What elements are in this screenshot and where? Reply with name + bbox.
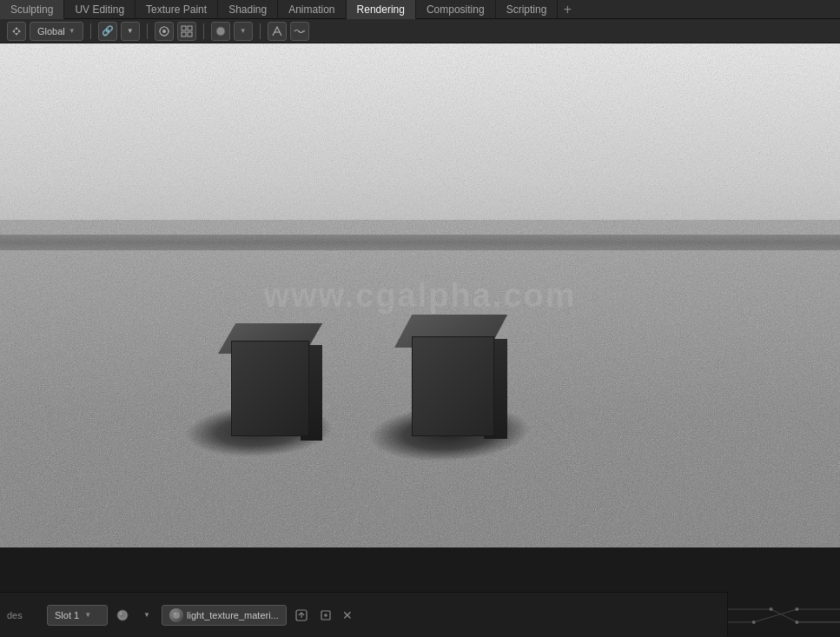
- tab-scripting[interactable]: Scripting: [496, 0, 559, 19]
- toolbar-sep-3: [203, 23, 204, 39]
- add-tab-button[interactable]: +: [558, 0, 577, 19]
- svg-point-27: [770, 607, 773, 611]
- global-transform-dropdown[interactable]: Global ▼: [30, 22, 83, 41]
- tab-sculpting[interactable]: Sculpting: [0, 0, 64, 19]
- svg-point-10: [216, 27, 225, 36]
- horizon-strip: [0, 235, 840, 250]
- node-graph-preview: [727, 592, 840, 637]
- snap-icon[interactable]: 🔗: [98, 22, 117, 41]
- bottom-left-text: des: [7, 610, 42, 620]
- tab-shading-label: Shading: [228, 3, 267, 16]
- material-icon: [169, 608, 183, 622]
- tab-shading[interactable]: Shading: [218, 0, 278, 19]
- viewport-toolbar: Global ▼ 🔗 ▼: [0, 19, 840, 43]
- top-tab-bar: Sculpting UV Editing Texture Paint Shadi…: [0, 0, 840, 19]
- slot-chevron-icon: ▼: [84, 611, 91, 619]
- chevron-down-icon: ▼: [69, 27, 76, 35]
- viewport-shade-section: ▼: [211, 22, 253, 41]
- svg-point-29: [752, 620, 756, 624]
- tab-uv-editing[interactable]: UV Editing: [64, 0, 136, 19]
- tab-rendering-label: Rendering: [357, 3, 405, 16]
- tab-compositing-label: Compositing: [427, 3, 485, 16]
- global-label: Global: [37, 26, 65, 36]
- tab-texture-paint-label: Texture Paint: [146, 3, 207, 16]
- svg-point-14: [175, 613, 176, 614]
- scene-canvas: www.cgalpha.com: [0, 43, 840, 547]
- transform-icon[interactable]: [7, 22, 26, 41]
- slot-label: Slot 1: [55, 610, 79, 620]
- new-material-icon[interactable]: [316, 606, 335, 625]
- chevron-down-icon-4: ▼: [143, 611, 150, 619]
- snap-dropdown[interactable]: ▼: [121, 22, 140, 41]
- viewport-shading-icon[interactable]: [211, 22, 230, 41]
- tab-uv-editing-label: UV Editing: [75, 3, 124, 16]
- toolbar-sep-2: [147, 23, 148, 39]
- box-right-front-face: [412, 336, 494, 436]
- svg-point-12: [120, 612, 122, 614]
- slot-dropdown[interactable]: Slot 1 ▼: [47, 605, 108, 626]
- svg-rect-7: [188, 26, 192, 30]
- remove-material-icon[interactable]: ✕: [341, 608, 354, 622]
- snap-section: 🔗 ▼: [98, 22, 140, 41]
- material-preview-icon[interactable]: [113, 606, 132, 625]
- tab-rendering[interactable]: Rendering: [347, 0, 416, 19]
- svg-rect-6: [182, 26, 186, 30]
- svg-rect-8: [182, 32, 186, 36]
- transform-section: Global ▼: [7, 22, 83, 41]
- extra-section: [268, 22, 309, 41]
- tab-texture-paint[interactable]: Texture Paint: [136, 0, 218, 19]
- box-left: [218, 323, 322, 436]
- material-field[interactable]: light_texture_materi...: [162, 605, 287, 626]
- svg-point-28: [795, 620, 798, 624]
- browse-material-icon[interactable]: [292, 606, 311, 625]
- bottom-bar: des Slot 1 ▼ ▼ light_texture_materi...: [0, 592, 840, 637]
- grid-icon[interactable]: [177, 22, 196, 41]
- toolbar-sep-1: [90, 23, 91, 39]
- svg-rect-9: [188, 32, 192, 36]
- toolbar-sep-4: [260, 23, 261, 39]
- pivot-icon[interactable]: [268, 22, 287, 41]
- svg-point-1: [162, 30, 166, 33]
- tab-compositing[interactable]: Compositing: [416, 0, 496, 19]
- slot-dropdown-chevron[interactable]: ▼: [137, 606, 156, 625]
- chevron-down-icon-3: ▼: [240, 27, 247, 35]
- viewport-shading-dropdown[interactable]: ▼: [234, 22, 253, 41]
- main-viewport[interactable]: www.cgalpha.com: [0, 43, 840, 547]
- box-left-front-face: [231, 341, 309, 436]
- wave-icon[interactable]: [290, 22, 309, 41]
- tab-sculpting-label: Sculpting: [10, 3, 53, 16]
- svg-point-30: [795, 607, 798, 611]
- chevron-down-icon-2: ▼: [127, 27, 134, 35]
- box-right: [394, 315, 507, 436]
- overlay-icon[interactable]: [155, 22, 174, 41]
- material-name-text: light_texture_materi...: [187, 610, 279, 620]
- tab-animation[interactable]: Animation: [278, 0, 346, 19]
- overlay-section: [155, 22, 196, 41]
- svg-point-13: [173, 612, 180, 619]
- tab-scripting-label: Scripting: [506, 3, 547, 16]
- tab-animation-label: Animation: [288, 3, 334, 16]
